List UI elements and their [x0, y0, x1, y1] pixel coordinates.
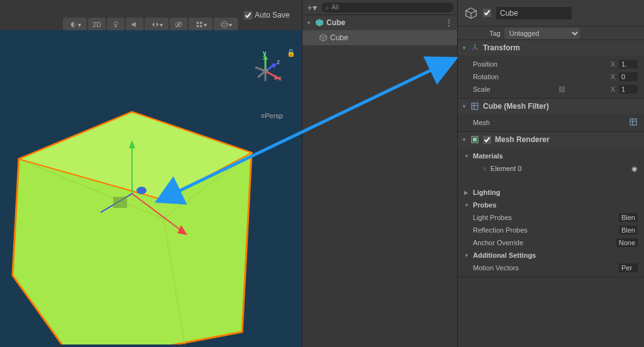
gameobject-cube-icon — [319, 33, 328, 42]
svg-point-31 — [136, 187, 147, 194]
grid-button[interactable]: ▾ — [189, 18, 213, 31]
reflection-probes-dropdown[interactable]: Blen — [619, 226, 638, 234]
hierarchy-context-menu-button[interactable]: ⋮ — [445, 18, 453, 28]
tag-label: Tag — [489, 30, 501, 37]
scene-name-label: Cube — [326, 18, 345, 27]
x-axis-label: X — [611, 73, 615, 80]
mesh-filter-title: Cube (Mesh Filter) — [483, 102, 549, 111]
hidden-objects-button[interactable] — [170, 18, 187, 31]
mesh-filter-icon — [470, 102, 479, 111]
foldout-icon[interactable]: ▶ — [464, 190, 469, 196]
inspector-header — [458, 0, 644, 26]
object-cube-icon — [464, 6, 478, 20]
svg-rect-55 — [473, 138, 477, 141]
position-label: Position — [473, 60, 555, 68]
svg-rect-7 — [196, 25, 199, 28]
svg-line-38 — [320, 36, 323, 38]
probes-title: Probes — [473, 201, 496, 209]
mesh-renderer-header[interactable]: ▼ Mesh Renderer — [458, 132, 644, 147]
svg-line-39 — [323, 36, 326, 38]
scale-x-field[interactable]: 1 — [619, 85, 638, 94]
svg-rect-8 — [199, 25, 202, 28]
materials-title: Materials — [473, 152, 503, 160]
material-element-row[interactable]: ≡ Element 0 ◉ — [458, 162, 644, 175]
transform-header[interactable]: ▼ Transform — [458, 40, 644, 55]
x-axis-label: X — [611, 60, 615, 68]
anchor-override-row: Anchor Override None — [458, 236, 644, 249]
svg-rect-6 — [199, 22, 202, 25]
x-axis-label: X — [611, 85, 615, 93]
light-probes-label: Light Probes — [473, 214, 555, 221]
svg-rect-5 — [196, 22, 199, 25]
svg-point-1 — [114, 22, 117, 25]
cube-mesh[interactable] — [0, 30, 302, 344]
motion-vectors-label: Motion Vectors — [473, 264, 555, 272]
light-probes-dropdown[interactable]: Blen — [619, 213, 638, 222]
materials-header[interactable]: ▼ Materials — [458, 150, 644, 162]
material-element-label: Element 0 — [491, 165, 522, 172]
foldout-icon[interactable]: ▼ — [462, 45, 467, 51]
mesh-filter-component: ▼ Cube (Mesh Filter) Mesh — [458, 99, 644, 132]
scale-row: Scale ⛓ X 1 — [458, 83, 644, 96]
foldout-icon[interactable]: ▼ — [464, 253, 469, 258]
autosave-toggle[interactable]: Auto Save — [244, 11, 289, 19]
mesh-renderer-icon — [470, 135, 479, 144]
drag-handle-icon[interactable]: ≡ — [483, 165, 487, 172]
scene-viewport[interactable]: y x z 🔓 ≡Persp — [0, 30, 302, 347]
scene-panel: Auto Save ▾ 2D ▾ ▾ ▾ — [0, 0, 302, 347]
mesh-renderer-enable-checkbox[interactable] — [483, 136, 491, 144]
reflection-probes-label: Reflection Probes — [473, 226, 555, 234]
anchor-override-label: Anchor Override — [473, 239, 555, 246]
hierarchy-panel: +▾ ⌕ All ▼ Cube ⋮ Cube — [302, 0, 458, 347]
lighting-toggle-button[interactable] — [107, 18, 125, 31]
search-icon: ⌕ — [325, 4, 329, 11]
shading-mode-button[interactable]: ▾ — [63, 18, 87, 31]
mesh-filter-header[interactable]: ▼ Cube (Mesh Filter) — [458, 99, 644, 114]
material-sphere-icon: ◉ — [631, 165, 638, 173]
transform-icon — [470, 43, 479, 52]
tag-dropdown[interactable]: Untagged — [504, 28, 580, 39]
effects-toggle-button[interactable]: ▾ — [145, 18, 169, 31]
transform-title: Transform — [483, 43, 520, 52]
svg-rect-48 — [472, 103, 478, 109]
hierarchy-add-button[interactable]: +▾ — [306, 2, 318, 13]
lighting-title: Lighting — [473, 189, 500, 196]
motion-vectors-row: Motion Vectors Per — [458, 262, 644, 274]
scale-label: Scale — [473, 85, 555, 93]
svg-rect-32 — [113, 197, 127, 208]
gameobject-name-input[interactable] — [496, 7, 572, 19]
svg-point-9 — [221, 21, 228, 28]
tag-row: Tag Untagged — [458, 26, 644, 40]
audio-toggle-button[interactable] — [126, 18, 143, 31]
inspector-panel: Tag Untagged ▼ Transform Position X 1. R… — [458, 0, 644, 347]
mesh-picker-icon[interactable] — [629, 118, 638, 128]
constrain-proportions-icon[interactable]: ⛓ — [558, 85, 565, 93]
additional-settings-header[interactable]: ▼ Additional Settings — [458, 249, 644, 262]
foldout-icon[interactable]: ▼ — [464, 202, 469, 208]
gizmo-dropdown-button[interactable]: ▾ — [214, 18, 238, 31]
position-row: Position X 1. — [458, 58, 644, 70]
rotation-x-field[interactable]: 0 — [619, 72, 638, 81]
hierarchy-scene-row[interactable]: ▼ Cube ⋮ — [303, 15, 457, 30]
unity-scene-icon — [315, 18, 324, 27]
hierarchy-header: +▾ ⌕ All — [303, 0, 457, 15]
svg-line-47 — [472, 48, 475, 50]
anchor-override-dropdown[interactable]: None — [616, 238, 638, 247]
gameobject-enable-checkbox[interactable] — [483, 9, 491, 17]
autosave-label: Auto Save — [255, 11, 289, 19]
foldout-icon[interactable]: ▼ — [306, 20, 313, 26]
motion-vectors-dropdown[interactable]: Per — [619, 263, 638, 272]
reflection-probes-row: Reflection Probes Blen — [458, 224, 644, 236]
additional-settings-title: Additional Settings — [473, 251, 536, 259]
svg-line-43 — [471, 10, 476, 13]
lighting-header[interactable]: ▶ Lighting — [458, 186, 644, 199]
hierarchy-item-cube[interactable]: Cube — [303, 30, 457, 45]
2d-toggle-button[interactable]: 2D — [88, 18, 106, 31]
position-x-field[interactable]: 1. — [619, 60, 638, 69]
foldout-icon[interactable]: ▼ — [464, 153, 469, 159]
probes-header[interactable]: ▼ Probes — [458, 199, 644, 211]
autosave-checkbox[interactable] — [244, 11, 252, 19]
hierarchy-search-input[interactable]: ⌕ All — [321, 3, 453, 13]
foldout-icon[interactable]: ▼ — [462, 104, 467, 109]
foldout-icon[interactable]: ▼ — [462, 137, 467, 143]
